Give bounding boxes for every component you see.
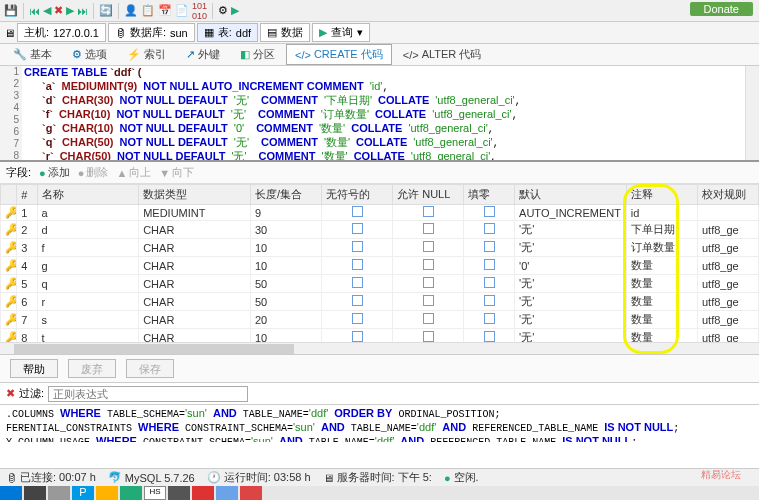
- table-row[interactable]: 🔑 2dCHAR30 '无'下单日期utf8_ge: [1, 221, 759, 239]
- save-button[interactable]: 保存: [126, 359, 174, 378]
- table-icon[interactable]: 📋: [141, 4, 155, 17]
- filter-input[interactable]: [48, 386, 248, 402]
- col-len[interactable]: 长度/集合: [250, 185, 321, 205]
- checkbox[interactable]: [484, 313, 495, 324]
- key-icon: 🔑: [5, 313, 17, 325]
- run-icon[interactable]: ▶: [231, 4, 239, 17]
- server-icon: 🖥: [323, 472, 334, 484]
- col-unsigned[interactable]: 无符号的: [322, 185, 393, 205]
- down-button[interactable]: ▼ 向下: [159, 165, 194, 180]
- checkbox[interactable]: [423, 295, 434, 306]
- nav-first-icon[interactable]: ⏮: [29, 5, 40, 17]
- user-icon[interactable]: 👤: [124, 4, 138, 17]
- nav-prev-icon[interactable]: ◀: [43, 4, 51, 17]
- checkbox[interactable]: [484, 277, 495, 288]
- checkbox[interactable]: [352, 331, 363, 342]
- watermark: 精易论坛: [701, 468, 741, 482]
- save-icon[interactable]: 💾: [4, 4, 18, 17]
- checkbox[interactable]: [352, 241, 363, 252]
- dropdown-icon[interactable]: ▾: [357, 26, 363, 39]
- sub-tabs: 🔧基本 ⚙选项 ⚡索引 ↗外键 ◧分区 </>CREATE 代码 </>ALTE…: [0, 44, 759, 66]
- scrollbar-horizontal[interactable]: [0, 342, 759, 354]
- col-collation[interactable]: 校对规则: [697, 185, 758, 205]
- query-tab[interactable]: ▶查询▾: [312, 23, 370, 42]
- status-idle: ●空闲.: [444, 470, 479, 485]
- key-icon: 🔑: [5, 241, 17, 253]
- col-type[interactable]: 数据类型: [139, 185, 251, 205]
- calendar-icon[interactable]: 📅: [158, 4, 172, 17]
- checkbox[interactable]: [484, 223, 495, 234]
- table-row[interactable]: 🔑 3fCHAR10 '无'订单数量utf8_ge: [1, 239, 759, 257]
- checkbox[interactable]: [423, 313, 434, 324]
- tab-foreign[interactable]: ↗外键: [177, 44, 229, 65]
- table-tab[interactable]: ▦表: ddf: [197, 23, 258, 42]
- col-zero[interactable]: 填零: [464, 185, 515, 205]
- db-tab[interactable]: 🛢数据库: sun: [108, 23, 195, 42]
- columns-table[interactable]: # 名称 数据类型 长度/集合 无符号的 允许 NULL 填零 默认 注释 校对…: [0, 184, 759, 354]
- col-comment[interactable]: 注释: [626, 185, 697, 205]
- plus-icon: ●: [39, 167, 46, 179]
- data-tab[interactable]: ▤数据: [260, 23, 310, 42]
- nav-last-icon[interactable]: ⏭: [77, 5, 88, 17]
- donate-button[interactable]: Donate: [690, 2, 753, 16]
- tab-basic[interactable]: 🔧基本: [4, 44, 61, 65]
- db-icon: 🛢: [6, 472, 17, 484]
- checkbox[interactable]: [484, 206, 495, 217]
- checkbox[interactable]: [423, 206, 434, 217]
- col-name[interactable]: 名称: [37, 185, 139, 205]
- refresh-icon[interactable]: 🔄: [99, 4, 113, 17]
- checkbox[interactable]: [484, 295, 495, 306]
- up-button[interactable]: ▲ 向上: [116, 165, 151, 180]
- close-icon[interactable]: ✖: [6, 387, 15, 400]
- nav-cancel-icon[interactable]: ✖: [54, 4, 63, 17]
- checkbox[interactable]: [352, 223, 363, 234]
- table-row[interactable]: 🔑 5qCHAR50 '无'数量utf8_ge: [1, 275, 759, 293]
- mysql-icon: 🐬: [108, 471, 122, 484]
- nav-next-icon[interactable]: ▶: [66, 4, 74, 17]
- checkbox[interactable]: [352, 277, 363, 288]
- checkbox[interactable]: [352, 313, 363, 324]
- checkbox[interactable]: [352, 206, 363, 217]
- discard-button[interactable]: 废弃: [68, 359, 116, 378]
- up-icon: ▲: [116, 167, 127, 179]
- checkbox[interactable]: [423, 241, 434, 252]
- checkbox[interactable]: [352, 295, 363, 306]
- checkbox[interactable]: [423, 277, 434, 288]
- settings-icon[interactable]: ⚙: [218, 4, 228, 17]
- host-tab[interactable]: 主机: 127.0.0.1: [17, 23, 106, 42]
- col-num[interactable]: #: [17, 185, 37, 205]
- checkbox[interactable]: [484, 241, 495, 252]
- host-bar: 🖥 主机: 127.0.0.1 🛢数据库: sun ▦表: ddf ▤数据 ▶查…: [0, 22, 759, 44]
- scrollbar-vertical[interactable]: [745, 66, 759, 160]
- table-row[interactable]: 🔑 4gCHAR10 '0'数量utf8_ge: [1, 257, 759, 275]
- checkbox[interactable]: [423, 259, 434, 270]
- clock-icon: 🕐: [207, 471, 221, 484]
- add-button[interactable]: ● 添加: [39, 165, 70, 180]
- checkbox[interactable]: [484, 259, 495, 270]
- checkbox[interactable]: [423, 223, 434, 234]
- sql-log-pane[interactable]: .COLUMNS WHERE TABLE_SCHEMA='sun' AND TA…: [0, 404, 759, 442]
- checkbox[interactable]: [352, 259, 363, 270]
- tab-indexes[interactable]: ⚡索引: [118, 44, 175, 65]
- col-null[interactable]: 允许 NULL: [393, 185, 464, 205]
- table-row[interactable]: 🔑 1aMEDIUMINT9 AUTO_INCREMENTid: [1, 205, 759, 221]
- sql-code-editor[interactable]: 12345678 CREATE TABLE `ddf` ( `a` MEDIUM…: [0, 66, 759, 162]
- checkbox[interactable]: [423, 331, 434, 342]
- col-default[interactable]: 默认: [515, 185, 627, 205]
- checkbox[interactable]: [484, 331, 495, 342]
- delete-button[interactable]: ● 删除: [78, 165, 109, 180]
- filter-label: 过滤:: [19, 386, 44, 401]
- tab-create[interactable]: </>CREATE 代码: [286, 44, 392, 65]
- binary-icon[interactable]: 101010: [192, 1, 207, 21]
- key-icon: 🔑: [5, 295, 17, 307]
- tab-options[interactable]: ⚙选项: [63, 44, 116, 65]
- tab-partition[interactable]: ◧分区: [231, 44, 284, 65]
- proc-icon[interactable]: 📄: [175, 4, 189, 17]
- down-icon: ▼: [159, 167, 170, 179]
- table-row[interactable]: 🔑 7sCHAR20 '无'数量utf8_ge: [1, 311, 759, 329]
- key-icon: 🔑: [5, 259, 17, 271]
- help-button[interactable]: 帮助: [10, 359, 58, 378]
- tab-alter[interactable]: </>ALTER 代码: [394, 44, 491, 65]
- table-row[interactable]: 🔑 6rCHAR50 '无'数量utf8_ge: [1, 293, 759, 311]
- fields-header: 字段: ● 添加 ● 删除 ▲ 向上 ▼ 向下: [0, 162, 759, 184]
